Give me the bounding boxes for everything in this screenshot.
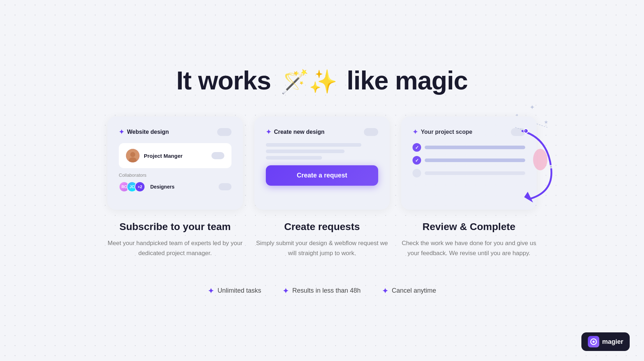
requests-card: ✦ Create new design Create a request [254, 117, 390, 210]
features-row: ✦ Unlimited tasks ✦ Results in less than… [208, 287, 436, 295]
feature-cancel: ✦ Cancel anytime [382, 287, 436, 295]
card1-plus-icon: ✦ [119, 128, 124, 136]
pm-row: Project Manger [126, 149, 224, 162]
page-wrapper: It works 🪄✨ like magic ✦ Website design [0, 52, 644, 309]
deco-star-1: ✦ [530, 104, 535, 111]
logo-brand-name: magier [602, 338, 623, 346]
checkmark-2: ✓ [415, 158, 419, 163]
scope-items: ✓ ✓ [413, 143, 525, 177]
check-circle-1: ✓ [413, 143, 421, 152]
content-bar-lines [266, 143, 379, 160]
review-card: ✦ Your project scope ✓ ✓ [401, 117, 537, 210]
hero-title: It works 🪄✨ like magic [176, 66, 468, 95]
requests-card-container: ✦ Create new design Create a request Cre… [254, 117, 390, 258]
hero-title-part1: It works [176, 66, 271, 95]
avatar2-initials: JC [130, 185, 135, 189]
bar-line-3 [266, 156, 322, 160]
card2-plus-icon: ✦ [266, 128, 271, 136]
card2-toggle[interactable] [364, 128, 378, 136]
collab-left: RC JC +2 Designers [119, 181, 175, 192]
requests-section-desc: Simply submit your design & webflow requ… [254, 238, 390, 258]
deco-star-2: ★ [544, 119, 548, 125]
avatar-group: RC JC +2 [119, 181, 142, 192]
create-request-label: Create a request [297, 172, 347, 179]
collaborators-label: Collaborators [119, 172, 231, 178]
review-card-container: ✦ Your project scope ✓ ✓ [401, 117, 537, 258]
logo-badge: magier [581, 332, 630, 351]
feature-unlimited: ✦ Unlimited tasks [208, 287, 261, 295]
scope-item-3 [413, 169, 525, 177]
scope-item-2: ✓ [413, 156, 525, 165]
pm-avatar-svg [126, 149, 140, 162]
requests-section-title: Create requests [284, 221, 360, 233]
pm-avatar [126, 149, 140, 162]
card3-header: ✦ Your project scope [413, 128, 525, 136]
feature-unlimited-label: Unlimited tasks [218, 287, 261, 294]
scope-bar-1 [425, 146, 525, 149]
subscribe-section-desc: Meet your handpicked team of experts led… [107, 238, 243, 258]
feature-results-label: Results in less than 48h [292, 287, 361, 294]
avatar3-initials: +2 [138, 185, 142, 189]
review-section-desc: Check the work we have done for you and … [401, 238, 537, 258]
card2-header: ✦ Create new design [266, 128, 379, 136]
card2-header-label: Create new design [274, 129, 325, 135]
subscribe-section-title: Subscribe to your team [119, 221, 231, 233]
card3-plus-icon: ✦ [413, 128, 418, 136]
feature-cancel-label: Cancel anytime [392, 287, 436, 294]
pm-name: Project Manger [144, 153, 182, 159]
avatar1-initials: RC [122, 185, 127, 189]
card3-header-left: ✦ Your project scope [413, 128, 472, 136]
card3-header-label: Your project scope [421, 129, 472, 135]
feature-unlimited-icon: ✦ [208, 287, 214, 295]
pm-toggle[interactable] [211, 152, 224, 159]
pm-left: Project Manger [126, 149, 182, 162]
logo-icon-svg [590, 338, 597, 345]
feature-results: ✦ Results in less than 48h [283, 287, 361, 295]
bar-line-1 [266, 143, 361, 147]
scope-bar-2 [425, 158, 525, 162]
svg-point-1 [130, 152, 135, 157]
deco-dot-2 [550, 165, 552, 168]
designers-toggle[interactable] [219, 183, 231, 190]
feature-cancel-icon: ✦ [382, 287, 388, 295]
check-circle-empty [413, 169, 421, 177]
card3-toggle[interactable] [511, 128, 525, 136]
hero-title-part2: like magic [347, 66, 468, 95]
review-section-title: Review & Complete [423, 221, 516, 233]
deco-line-2 [537, 124, 547, 127]
card1-header: ✦ Website design [119, 128, 231, 136]
scope-bar-3 [425, 171, 525, 175]
card2-header-left: ✦ Create new design [266, 128, 325, 136]
cards-row: ✦ Website design [107, 117, 537, 258]
subscribe-card: ✦ Website design [107, 117, 243, 210]
card1-toggle[interactable] [217, 128, 231, 136]
subscribe-card-container: ✦ Website design [107, 117, 243, 258]
collab-row: RC JC +2 Designers [119, 181, 231, 192]
svg-point-4 [592, 341, 595, 343]
checkmark-1: ✓ [415, 145, 419, 150]
magic-wand-icon: 🪄✨ [280, 68, 337, 95]
create-request-button[interactable]: Create a request [266, 165, 379, 186]
check-circle-2: ✓ [413, 156, 421, 165]
project-manager-card: Project Manger [119, 143, 231, 168]
card1-header-left: ✦ Website design [119, 128, 169, 136]
logo-icon [588, 336, 599, 347]
card1-header-label: Website design [127, 129, 169, 135]
avatar-plus: +2 [135, 181, 145, 192]
bar-line-2 [266, 150, 345, 153]
collaborators-section: Collaborators RC JC +2 [119, 172, 231, 192]
scope-item-1: ✓ [413, 143, 525, 152]
designers-label: Designers [150, 184, 175, 190]
feature-results-icon: ✦ [283, 287, 289, 295]
